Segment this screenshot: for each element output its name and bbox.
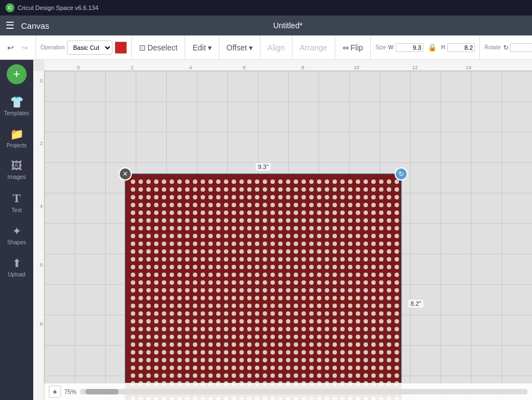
- add-button[interactable]: +: [7, 64, 27, 84]
- sidebar-item-text[interactable]: T Text: [0, 187, 33, 218]
- edit-group: Edit ▾: [190, 35, 219, 59]
- rotate-icon: ↻: [503, 44, 509, 52]
- height-dimension-label: 8.2": [408, 300, 423, 307]
- sidebar-item-projects[interactable]: 📁 Projects: [0, 123, 33, 153]
- height-label: H: [441, 44, 445, 50]
- size-group: Size W 🔒 H: [375, 35, 480, 59]
- ruler-horizontal: 0 2 4 6 8 10 12 14: [44, 60, 532, 71]
- align-group: Align: [265, 35, 293, 59]
- width-dimension-label: 9.3": [255, 163, 270, 171]
- ruler-tick-12: 12: [412, 65, 418, 70]
- canvas-label: Canvas: [21, 21, 49, 30]
- projects-icon: 📁: [10, 127, 24, 141]
- app-logo: C: [6, 3, 14, 12]
- edit-chevron-icon: ▾: [208, 43, 212, 52]
- text-label: Text: [12, 207, 22, 213]
- sidebar-item-upload[interactable]: ⬆ Upload: [0, 252, 33, 282]
- upload-label: Upload: [8, 271, 25, 278]
- shapes-icon: ✦: [12, 224, 22, 238]
- offset-group: Offset ▾: [224, 35, 260, 59]
- object-fill: [125, 174, 401, 400]
- undo-redo-group: ↩ ↪: [4, 35, 36, 59]
- rotate-handle[interactable]: ↻: [395, 167, 408, 181]
- zoom-in-button[interactable]: +: [49, 386, 61, 398]
- templates-label: Templates: [4, 110, 29, 116]
- width-input[interactable]: [396, 43, 423, 52]
- operation-select[interactable]: Basic Cut: [67, 40, 112, 55]
- undo-button[interactable]: ↩: [4, 42, 17, 54]
- width-label: W: [388, 44, 393, 50]
- ruler-tick-10: 10: [354, 65, 359, 70]
- height-input[interactable]: [447, 43, 475, 52]
- deselect-icon: ⊡: [139, 43, 146, 52]
- close-handle[interactable]: ✕: [119, 167, 132, 181]
- ruler-tick-v-8: 8: [33, 321, 44, 327]
- ruler-tick-v-4: 4: [33, 203, 44, 209]
- redo-button[interactable]: ↪: [19, 42, 31, 54]
- ruler-tick-14: 14: [466, 65, 472, 70]
- hamburger-menu[interactable]: ☰: [6, 19, 14, 32]
- nav-bar: ☰ Canvas Untitled*: [0, 16, 532, 35]
- ruler-tick-v-6: 6: [33, 262, 44, 268]
- sidebar-item-templates[interactable]: 👕 Templates: [0, 91, 33, 121]
- size-label-text: Size: [375, 44, 386, 50]
- ruler-tick-2: 2: [131, 65, 134, 70]
- offset-chevron-icon: ▾: [249, 43, 253, 52]
- scrollbar-thumb[interactable]: [85, 389, 119, 394]
- projects-label: Projects: [7, 142, 27, 148]
- toolbar: ↩ ↪ Operation Basic Cut ⊡ Deselect Edit …: [0, 35, 532, 60]
- ruler-tick-0: 0: [77, 65, 80, 70]
- text-icon: T: [13, 191, 21, 206]
- shapes-label: Shapes: [7, 239, 26, 245]
- sidebar: + 👕 Templates 📁 Projects 🖼 Images T Text…: [0, 60, 33, 400]
- bottom-bar: + 75%: [44, 383, 532, 400]
- operation-group: Operation Basic Cut: [40, 35, 132, 59]
- sidebar-item-shapes[interactable]: ✦ Shapes: [0, 220, 33, 250]
- arrange-group: Arrange: [297, 35, 335, 59]
- offset-button[interactable]: Offset ▾: [224, 42, 255, 54]
- lock-aspect-button[interactable]: 🔒: [426, 41, 439, 54]
- selected-object[interactable]: 9.3" 8.2" ✕ ↻ 🔒 ↗: [125, 173, 402, 400]
- title-bar: C Cricut Design Space v6.6.134: [0, 0, 532, 16]
- ruler-tick-v-2: 2: [33, 141, 44, 146]
- operation-label-text: Operation: [40, 44, 65, 50]
- ruler-vertical: 0 2 4 6 8: [33, 71, 44, 400]
- templates-icon: 👕: [10, 95, 24, 109]
- document-title: Untitled*: [49, 21, 526, 30]
- canvas-grid[interactable]: 9.3" 8.2" ✕ ↻ 🔒 ↗: [44, 71, 532, 400]
- main-area: + 👕 Templates 📁 Projects 🖼 Images T Text…: [0, 60, 532, 400]
- rotate-input[interactable]: [510, 43, 532, 52]
- arrange-button[interactable]: Arrange: [297, 42, 330, 54]
- ruler-tick-4: 4: [189, 65, 192, 70]
- flip-button[interactable]: ⇔ Flip: [340, 42, 366, 54]
- color-swatch[interactable]: [115, 42, 127, 54]
- ruler-tick-6: 6: [243, 65, 245, 70]
- images-label: Images: [8, 174, 26, 180]
- deselect-group: ⊡ Deselect: [136, 35, 185, 59]
- rotate-group: Rotate ↻: [484, 35, 532, 59]
- rotate-label-text: Rotate: [484, 44, 500, 50]
- zoom-level-display: 75%: [64, 388, 76, 395]
- align-button[interactable]: Align: [265, 42, 288, 54]
- sidebar-item-images[interactable]: 🖼 Images: [0, 155, 33, 184]
- ruler-tick-8: 8: [301, 65, 304, 70]
- app-version: v6.6.134: [75, 4, 98, 11]
- images-icon: 🖼: [11, 160, 22, 172]
- flip-group: ⇔ Flip: [340, 35, 371, 59]
- ruler-tick-v-0: 0: [33, 78, 44, 84]
- deselect-button[interactable]: ⊡ Deselect: [136, 42, 180, 54]
- edit-button[interactable]: Edit ▾: [190, 42, 214, 54]
- flip-icon: ⇔: [342, 43, 349, 52]
- horizontal-scrollbar[interactable]: [80, 389, 528, 394]
- canvas-area[interactable]: 0 2 4 6 8 10 12 14 0 2 4 6 8: [33, 60, 532, 400]
- upload-icon: ⬆: [12, 257, 22, 270]
- app-name: Cricut Design Space: [18, 4, 73, 11]
